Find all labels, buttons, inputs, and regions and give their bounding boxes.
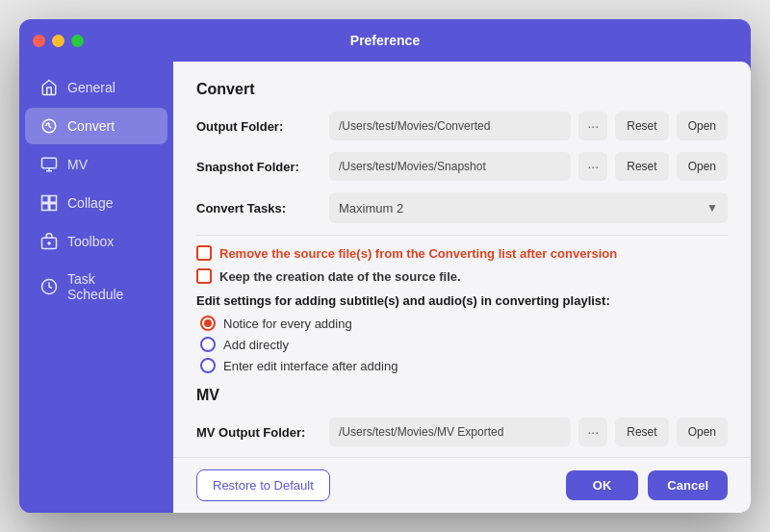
mv-output-folder-label: MV Output Folder: <box>196 425 321 440</box>
mv-section-title: MV <box>196 387 728 404</box>
close-button[interactable] <box>33 35 45 47</box>
radio-row-2[interactable]: Add directly <box>200 337 728 352</box>
sidebar: General Convert <box>19 62 173 513</box>
convert-icon <box>40 117 58 135</box>
svg-rect-1 <box>42 158 57 168</box>
output-folder-reset-button[interactable]: Reset <box>615 112 668 140</box>
convert-tasks-select[interactable]: Maximum 1 Maximum 2 Maximum 3 Maximum 4 <box>329 192 728 223</box>
sidebar-item-toolbox[interactable]: Toolbox <box>25 223 167 260</box>
radio-group: Notice for every adding Add directly Ent… <box>196 316 728 373</box>
output-folder-label: Output Folder: <box>196 119 321 134</box>
snapshot-folder-input[interactable] <box>329 152 571 181</box>
sidebar-label-mv: MV <box>67 157 88 172</box>
output-folder-dots-button[interactable]: ··· <box>578 112 607 140</box>
sidebar-item-collage[interactable]: Collage <box>25 185 167 221</box>
sidebar-label-convert: Convert <box>67 118 115 134</box>
snapshot-folder-label: Snapshot Folder: <box>196 160 321 174</box>
minimize-button[interactable] <box>52 35 64 47</box>
title-bar: Preference <box>19 19 751 62</box>
snapshot-folder-row: Snapshot Folder: ··· Reset Open <box>196 152 728 181</box>
sidebar-item-mv[interactable]: MV <box>25 146 167 183</box>
restore-defaults-button[interactable]: Restore to Default <box>196 469 330 501</box>
task-schedule-icon <box>40 278 58 295</box>
output-folder-open-button[interactable]: Open <box>677 112 728 140</box>
mv-output-folder-reset-button[interactable]: Reset <box>615 418 668 446</box>
checkbox-1[interactable] <box>196 245 212 261</box>
checkbox-row-1[interactable]: Remove the source file(s) from the Conve… <box>196 245 728 261</box>
radio-2[interactable] <box>200 337 216 352</box>
checkbox-1-label: Remove the source file(s) from the Conve… <box>219 246 617 261</box>
checkbox-2-label: Keep the creation date of the source fil… <box>219 269 461 284</box>
radio-row-1[interactable]: Notice for every adding <box>200 316 728 331</box>
sidebar-label-task-schedule: Task Schedule <box>67 271 152 302</box>
subtitle-section-label: Edit settings for adding subtitle(s) and… <box>196 293 728 308</box>
window-title: Preference <box>350 33 420 48</box>
sidebar-item-general[interactable]: General <box>25 69 167 106</box>
footer-right-buttons: OK Cancel <box>566 470 728 500</box>
snapshot-folder-dots-button[interactable]: ··· <box>578 152 607 181</box>
divider-1 <box>196 235 728 236</box>
radio-3-label: Enter edit interface after adding <box>223 359 398 373</box>
snapshot-folder-reset-button[interactable]: Reset <box>615 152 668 181</box>
footer: Restore to Default OK Cancel <box>173 457 751 513</box>
subtitle-section: Edit settings for adding subtitle(s) and… <box>196 293 728 373</box>
output-folder-row: Output Folder: ··· Reset Open <box>196 112 728 140</box>
mv-output-folder-input[interactable] <box>329 418 571 446</box>
preference-window: Preference General <box>19 19 751 513</box>
sidebar-label-toolbox: Toolbox <box>67 234 114 249</box>
radio-row-3[interactable]: Enter edit interface after adding <box>200 358 728 373</box>
mv-icon <box>40 156 58 173</box>
radio-1-inner <box>204 319 212 327</box>
svg-rect-4 <box>42 204 49 211</box>
maximize-button[interactable] <box>71 35 84 47</box>
sidebar-item-task-schedule[interactable]: Task Schedule <box>25 262 167 312</box>
svg-rect-3 <box>50 196 57 203</box>
checkbox-2[interactable] <box>196 268 212 284</box>
main-content: General Convert <box>19 62 751 513</box>
radio-2-label: Add directly <box>223 338 289 352</box>
convert-tasks-select-wrapper: Maximum 1 Maximum 2 Maximum 3 Maximum 4 … <box>329 192 728 223</box>
sidebar-label-collage: Collage <box>67 195 113 211</box>
content-area: Convert Output Folder: ··· Reset Open Sn… <box>173 62 751 513</box>
convert-section: Convert Output Folder: ··· Reset Open Sn… <box>196 81 728 373</box>
radio-1-label: Notice for every adding <box>223 317 352 331</box>
toolbox-icon <box>40 233 58 250</box>
convert-tasks-row: Convert Tasks: Maximum 1 Maximum 2 Maxim… <box>196 192 728 223</box>
content-scroll[interactable]: Convert Output Folder: ··· Reset Open Sn… <box>173 62 751 457</box>
snapshot-folder-open-button[interactable]: Open <box>677 152 728 181</box>
sidebar-item-convert[interactable]: Convert <box>25 108 167 144</box>
mv-output-folder-open-button[interactable]: Open <box>677 418 728 446</box>
radio-3[interactable] <box>200 358 216 373</box>
cancel-button[interactable]: Cancel <box>648 470 728 500</box>
mv-output-folder-row: MV Output Folder: ··· Reset Open <box>196 418 728 446</box>
mv-section: MV MV Output Folder: ··· Reset Open <box>196 387 728 446</box>
convert-tasks-label: Convert Tasks: <box>196 201 321 215</box>
traffic-lights <box>33 35 84 47</box>
sidebar-label-general: General <box>67 80 116 95</box>
ok-button[interactable]: OK <box>566 470 639 500</box>
radio-1[interactable] <box>200 316 216 331</box>
home-icon <box>40 79 58 96</box>
collage-icon <box>40 194 58 212</box>
svg-rect-5 <box>50 204 57 211</box>
output-folder-input[interactable] <box>329 112 571 140</box>
svg-rect-2 <box>42 196 49 203</box>
convert-section-title: Convert <box>196 81 728 98</box>
mv-output-folder-dots-button[interactable]: ··· <box>578 418 607 446</box>
checkbox-row-2[interactable]: Keep the creation date of the source fil… <box>196 268 728 284</box>
